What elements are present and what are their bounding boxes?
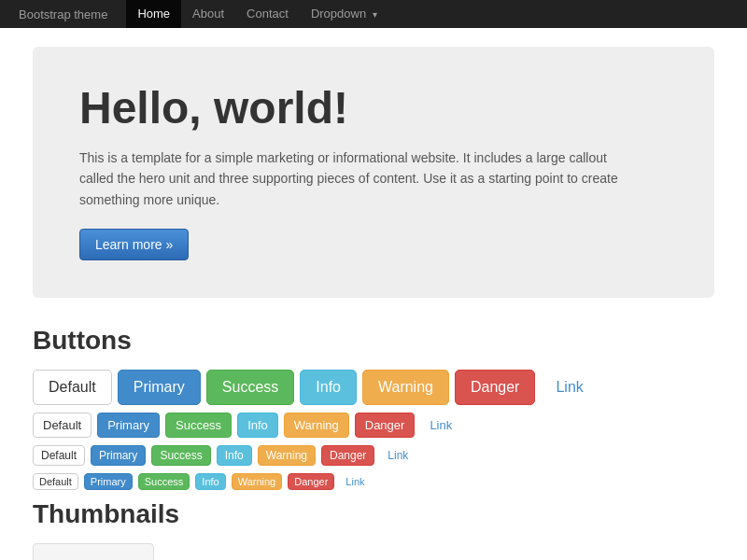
main-container: Hello, world! This is a template for a s…	[19, 28, 728, 560]
btn-link-md[interactable]: Link	[420, 413, 461, 437]
btn-danger-sm[interactable]: Danger	[321, 445, 374, 466]
btn-success-md[interactable]: Success	[165, 413, 232, 438]
btn-warning-lg[interactable]: Warning	[362, 370, 449, 405]
dropdown-arrow-icon: ▾	[373, 9, 377, 20]
btn-default-md[interactable]: Default	[33, 413, 92, 438]
hero-unit: Hello, world! This is a template for a s…	[33, 47, 714, 298]
nav-link-contact[interactable]: Contact	[235, 0, 300, 28]
btn-danger-xs[interactable]: Danger	[288, 473, 334, 490]
btn-primary-sm[interactable]: Primary	[91, 445, 146, 466]
hero-body: This is a template for a simple marketin…	[79, 147, 640, 210]
nav-item-about[interactable]: About	[181, 0, 235, 28]
navbar-brand[interactable]: Bootstrap theme	[19, 7, 107, 21]
btn-link-xs[interactable]: Link	[340, 474, 370, 489]
btn-row-sm: Default Primary Success Info Warning Dan…	[33, 445, 714, 466]
navbar-nav: Home About Contact Dropdown ▾	[126, 0, 388, 29]
btn-info-xs[interactable]: Info	[195, 473, 225, 490]
btn-default-lg[interactable]: Default	[33, 370, 112, 405]
btn-success-xs[interactable]: Success	[138, 473, 190, 490]
btn-info-sm[interactable]: Info	[217, 445, 252, 466]
navbar: Bootstrap theme Home About Contact Dropd…	[0, 0, 747, 28]
buttons-section-title: Buttons	[33, 326, 714, 356]
nav-link-home[interactable]: Home	[126, 0, 181, 28]
btn-row-md: Default Primary Success Info Warning Dan…	[33, 413, 714, 438]
btn-default-xs[interactable]: Default	[33, 473, 78, 490]
btn-primary-lg[interactable]: Primary	[118, 370, 201, 405]
nav-item-home[interactable]: Home	[126, 0, 181, 28]
hero-heading: Hello, world!	[79, 84, 668, 133]
btn-danger-lg[interactable]: Danger	[455, 370, 535, 405]
nav-item-dropdown[interactable]: Dropdown ▾	[300, 0, 388, 29]
btn-success-sm[interactable]: Success	[151, 445, 210, 466]
btn-default-sm[interactable]: Default	[33, 445, 85, 466]
btn-danger-md[interactable]: Danger	[355, 413, 416, 438]
btn-success-lg[interactable]: Success	[206, 370, 294, 405]
btn-info-lg[interactable]: Info	[300, 370, 357, 405]
btn-info-md[interactable]: Info	[237, 413, 278, 438]
nav-link-about[interactable]: About	[181, 0, 235, 28]
btn-row-xs: Default Primary Success Info Warning Dan…	[33, 473, 714, 490]
btn-link-lg[interactable]: Link	[541, 371, 598, 404]
btn-warning-sm[interactable]: Warning	[258, 445, 316, 466]
thumbnail-item: 200x200	[33, 543, 154, 560]
thumbnails-section-title: Thumbnails	[33, 499, 714, 529]
btn-primary-xs[interactable]: Primary	[84, 473, 133, 490]
btn-link-sm[interactable]: Link	[380, 446, 416, 465]
thumbnails-section: Thumbnails 200x200	[33, 499, 714, 560]
btn-warning-xs[interactable]: Warning	[232, 473, 283, 490]
btn-row-lg: Default Primary Success Info Warning Dan…	[33, 370, 714, 405]
learn-more-button[interactable]: Learn more »	[79, 229, 189, 260]
nav-link-dropdown[interactable]: Dropdown ▾	[300, 0, 388, 29]
btn-warning-md[interactable]: Warning	[284, 413, 349, 438]
nav-item-contact[interactable]: Contact	[235, 0, 300, 28]
buttons-section: Buttons Default Primary Success Info War…	[33, 326, 714, 490]
btn-primary-md[interactable]: Primary	[97, 413, 160, 438]
